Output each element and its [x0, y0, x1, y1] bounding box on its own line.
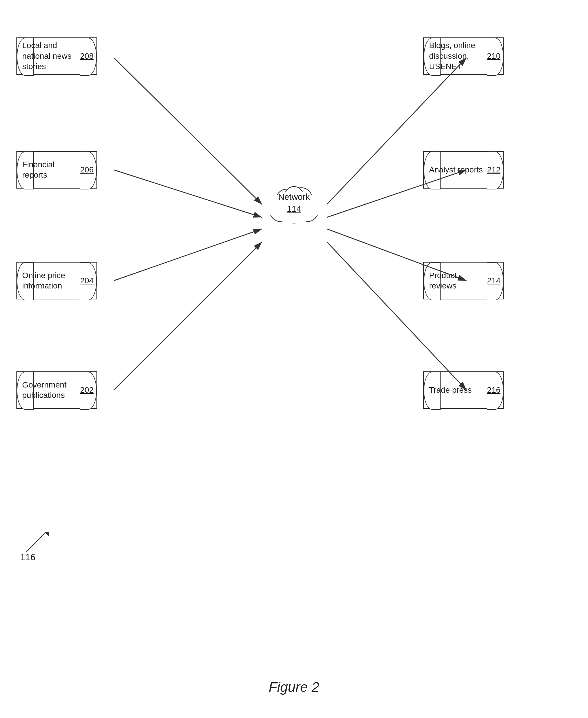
label-214: Product reviews — [429, 270, 486, 291]
number-214: 214 — [487, 276, 501, 285]
number-216: 216 — [487, 385, 501, 395]
number-208: 208 — [80, 51, 93, 61]
label-206: Financial reports — [22, 160, 79, 181]
label-202: Government publications — [22, 380, 79, 401]
number-210: 210 — [487, 51, 501, 61]
network-label: Network 114 — [278, 191, 310, 215]
label-210: Blogs, online discussion, USENET — [429, 40, 486, 72]
cylinder-216: Trade press 216 — [423, 372, 504, 409]
svg-marker-18 — [45, 532, 49, 536]
cylinder-206: Financial reports 206 — [16, 151, 97, 189]
number-212: 212 — [487, 165, 501, 174]
svg-line-3 — [114, 170, 262, 217]
svg-line-2 — [114, 58, 262, 205]
label-216: Trade press — [429, 385, 472, 395]
cylinder-212: Analyst reports 212 — [423, 151, 504, 189]
diagram: Local and national news stories 208 Fina… — [0, 0, 588, 547]
svg-line-4 — [114, 229, 262, 281]
cylinder-202: Government publications 202 — [16, 372, 97, 409]
ref-116-container: 116 — [20, 529, 49, 563]
label-204: Online price information — [22, 270, 79, 291]
svg-line-17 — [26, 532, 46, 552]
cylinder-208: Local and national news stories 208 — [16, 38, 97, 75]
label-208: Local and national news stories — [22, 40, 79, 72]
figure-title: Figure 2 — [269, 679, 319, 695]
label-212: Analyst reports — [429, 165, 483, 175]
svg-line-5 — [114, 242, 262, 390]
number-202: 202 — [80, 385, 93, 395]
cylinder-214: Product reviews 214 — [423, 262, 504, 299]
network-cloud: Network 114 — [262, 178, 326, 230]
cylinder-210: Blogs, online discussion, USENET 210 — [423, 38, 504, 75]
cylinder-204: Online price information 204 — [16, 262, 97, 299]
network-number: 114 — [287, 204, 301, 214]
number-206: 206 — [80, 165, 93, 174]
ref-arrow-icon — [20, 529, 49, 555]
number-204: 204 — [80, 276, 93, 285]
